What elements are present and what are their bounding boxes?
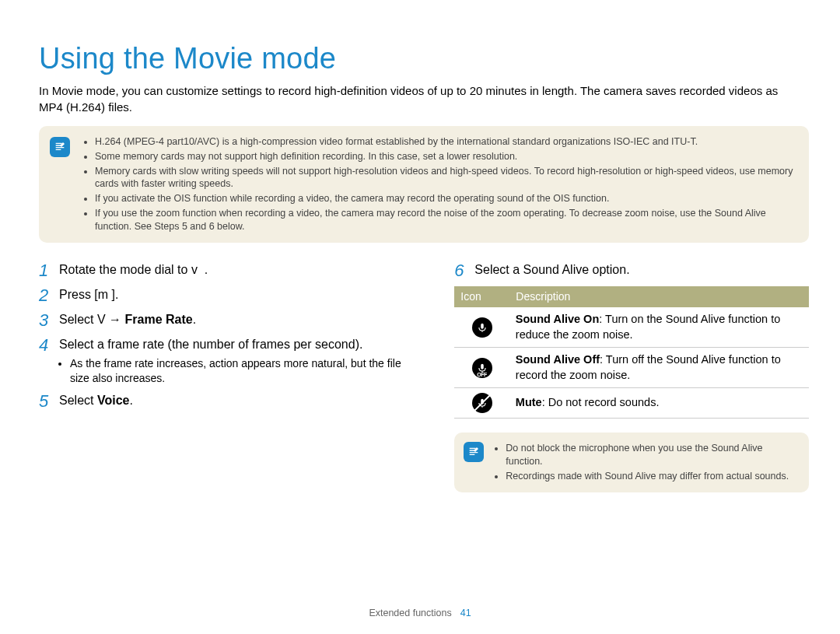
table-cell-description: Mute: Do not record sounds. xyxy=(509,388,809,419)
step-number: 1 xyxy=(39,261,59,280)
step-text: Select a Sound Alive option. xyxy=(474,263,629,276)
note-icon xyxy=(464,442,484,462)
note-box: H.264 (MPEG-4 part10/AVC) is a high-comp… xyxy=(39,126,809,243)
sound-alive-on-icon xyxy=(454,307,509,348)
table-cell-description: Sound Alive Off: Turn off the Sound Aliv… xyxy=(509,348,809,388)
step-text: Press [ xyxy=(59,288,98,301)
mode-dial-glyph: v xyxy=(191,263,198,276)
page-title: Using the Movie mode xyxy=(39,39,809,79)
content-columns: 1 Rotate the mode dial to v . 2 Press [m… xyxy=(39,261,809,492)
step-text: Select xyxy=(59,394,97,407)
step-text-suffix: . xyxy=(129,394,132,407)
step-number: 4 xyxy=(39,336,59,385)
small-note-item: Do not block the microphone when you use… xyxy=(506,442,798,468)
menu-button-glyph: m xyxy=(98,288,108,301)
note-item: Memory cards with slow writing speeds wi… xyxy=(95,165,796,191)
step-1: 1 Rotate the mode dial to v . xyxy=(39,261,404,280)
table-cell-description: Sound Alive On: Turn on the Sound Alive … xyxy=(509,307,809,348)
section-name: Extended functions xyxy=(369,608,451,618)
step-number: 5 xyxy=(39,392,59,411)
table-row: Mute: Do not record sounds. xyxy=(454,388,809,419)
left-column: 1 Rotate the mode dial to v . 2 Press [m… xyxy=(39,261,404,492)
table-row: OFF Sound Alive Off: Turn off the Sound … xyxy=(454,348,809,388)
step-number: 3 xyxy=(39,311,59,330)
table-row: Sound Alive On: Turn on the Sound Alive … xyxy=(454,307,809,348)
step-body: Select V → Frame Rate. xyxy=(59,311,404,330)
row-title: Mute xyxy=(516,396,542,408)
row-text: : Do not record sounds. xyxy=(542,396,660,408)
frame-rate-label: Frame Rate xyxy=(125,313,193,326)
step-text: Select a frame rate (the number of frame… xyxy=(59,338,362,351)
sub-bullet-item: As the frame rate increases, action appe… xyxy=(70,356,404,386)
step-text-suffix: . xyxy=(193,313,196,326)
step-text: Select xyxy=(59,313,97,326)
mute-icon xyxy=(454,388,509,419)
step-body: Select Voice. xyxy=(59,392,404,411)
sound-alive-off-icon: OFF xyxy=(454,348,509,388)
right-column: 6 Select a Sound Alive option. Icon Desc… xyxy=(454,261,809,492)
table-header-description: Description xyxy=(509,286,809,307)
note-list: H.264 (MPEG-4 part10/AVC) is a high-comp… xyxy=(84,135,796,233)
step-3: 3 Select V → Frame Rate. xyxy=(39,311,404,330)
step-body: Select a Sound Alive option. xyxy=(474,261,809,280)
step-number: 6 xyxy=(454,261,474,280)
note-item: H.264 (MPEG-4 part10/AVC) is a high-comp… xyxy=(95,135,796,149)
sound-alive-table: Icon Description Sound Alive On: Turn on… xyxy=(454,286,809,419)
small-note-item: Recordings made with Sound Alive may dif… xyxy=(506,470,798,483)
note-item: Some memory cards may not support high d… xyxy=(95,150,796,163)
step-body: Press [m ]. xyxy=(59,286,404,305)
step-2: 2 Press [m ]. xyxy=(39,286,404,305)
step-text-suffix: ]. xyxy=(112,288,119,301)
step-6: 6 Select a Sound Alive option. xyxy=(454,261,809,280)
small-note-box: Do not block the microphone when you use… xyxy=(454,433,809,492)
note-item: If you activate the OIS function while r… xyxy=(95,192,796,205)
row-title: Sound Alive On xyxy=(516,313,599,325)
video-menu-glyph: V xyxy=(97,313,106,326)
intro-paragraph: In Movie mode, you can customize setting… xyxy=(39,83,786,115)
row-title: Sound Alive Off xyxy=(516,353,600,366)
voice-label: Voice xyxy=(97,394,130,407)
arrow-icon: → xyxy=(109,313,124,326)
step-body: Rotate the mode dial to v . xyxy=(59,261,404,280)
note-item: If you use the zoom function when record… xyxy=(95,207,796,233)
note-icon xyxy=(50,137,70,157)
small-note-list: Do not block the microphone when you use… xyxy=(495,442,798,483)
step-5: 5 Select Voice. xyxy=(39,392,404,411)
step-body: Select a frame rate (the number of frame… xyxy=(59,336,404,385)
step-text-suffix: . xyxy=(205,263,208,276)
step-text: Rotate the mode dial to xyxy=(59,263,191,276)
sub-bullet: As the frame rate increases, action appe… xyxy=(59,356,404,386)
page-number: 41 xyxy=(460,608,471,618)
step-number: 2 xyxy=(39,286,59,305)
page-footer: Extended functions 41 xyxy=(0,607,840,620)
table-header-icon: Icon xyxy=(454,286,509,307)
step-4: 4 Select a frame rate (the number of fra… xyxy=(39,336,404,385)
manual-page: Using the Movie mode In Movie mode, you … xyxy=(0,0,840,634)
